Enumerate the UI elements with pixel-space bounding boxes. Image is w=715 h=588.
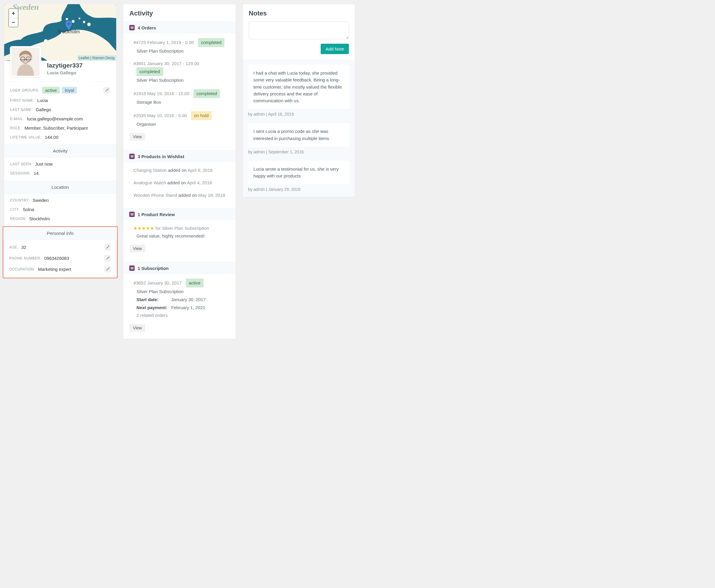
edit-groups-button[interactable] xyxy=(103,87,110,93)
svg-point-1 xyxy=(66,18,68,20)
last-name-label: LAST NAME: xyxy=(10,108,33,112)
profile-column: Sweden Stockholm + − Leaflet | Stamen De… xyxy=(4,4,116,345)
wishlist-item[interactable]: Analogue Watch added on April 4, 2018 xyxy=(123,176,235,189)
edit-occupation-button[interactable] xyxy=(104,266,111,273)
lifetime-value: 144.00 xyxy=(45,135,59,140)
woo-icon: W xyxy=(129,212,135,217)
svg-point-3 xyxy=(79,18,81,19)
note-item: I sent Lucia a promo code as she was int… xyxy=(248,123,349,147)
edit-age-button[interactable] xyxy=(104,244,111,251)
tag-active[interactable]: active xyxy=(42,87,60,93)
note-meta: by admin | September 1, 2016 xyxy=(248,149,349,154)
notes-card: Notes Add Note I had a chat with Lucia t… xyxy=(243,4,355,197)
personal-info-highlight: Personal info AGE:32 PHONE NUMBER:096342… xyxy=(3,226,118,278)
email-value: lucia.gallego@example.com xyxy=(27,116,83,121)
fullname: Lucia Gallego xyxy=(47,70,83,75)
username: lazytiger337 xyxy=(47,62,83,69)
svg-point-7 xyxy=(67,22,70,25)
region-label: REGION: xyxy=(10,217,26,221)
order-item[interactable]: #4725 February 1, 2019 - 0.00 completed … xyxy=(123,35,235,57)
note-item: I had a chat with Lucia today, she provi… xyxy=(248,65,349,109)
tag-loyal[interactable]: loyal xyxy=(62,87,77,93)
activity-card: Activity W 4 Orders #4725 February 1, 20… xyxy=(123,4,235,339)
map-city-dot xyxy=(61,32,63,34)
map-zoom-controls: + − xyxy=(8,8,18,27)
order-item[interactable]: #3651 January 30, 2017 - 129.00 complete… xyxy=(123,57,235,86)
status-completed: completed xyxy=(193,89,220,98)
city-value: Solna xyxy=(23,207,34,212)
add-note-button[interactable]: Add Note xyxy=(321,44,349,54)
role-value: Member, Subscriber, Participant xyxy=(25,125,88,130)
first-name-value: Lucia xyxy=(37,98,48,103)
last-seen-label: LAST SEEN: xyxy=(10,162,32,166)
city-label: CITY: xyxy=(10,208,20,212)
status-active: active xyxy=(186,278,203,288)
svg-point-6 xyxy=(44,39,48,43)
age-value: 32 xyxy=(21,245,26,250)
view-reviews-button[interactable]: View xyxy=(129,245,145,252)
order-item[interactable]: #1918 May 19, 2016 - 15.00 completed Sto… xyxy=(123,86,235,108)
status-completed: completed xyxy=(136,67,163,76)
notes-panel-title: Notes xyxy=(243,4,355,21)
view-orders-button[interactable]: View xyxy=(129,133,145,141)
occupation-label: OCCUPATION: xyxy=(9,267,35,271)
review-header: W 1 Product Review xyxy=(123,208,235,220)
last-seen-value: Just now xyxy=(35,162,52,166)
note-item: Lucia wrote a testimonial for us, she is… xyxy=(248,161,349,184)
zoom-in-button[interactable]: + xyxy=(9,9,18,18)
profile-card: Sweden Stockholm + − Leaflet | Stamen De… xyxy=(4,4,116,278)
lifetime-label: LIFETIME VALUE: xyxy=(10,135,42,140)
occupation-value: Marketing expert xyxy=(38,267,71,272)
zoom-out-button[interactable]: − xyxy=(9,18,18,27)
activity-column: Activity W 4 Orders #4725 February 1, 20… xyxy=(123,4,235,345)
subscription-item[interactable]: #3652 January 30, 2017 active Silver Pla… xyxy=(123,276,235,322)
subscription-header: W 1 Subscription xyxy=(123,262,235,274)
wishlist-item[interactable]: Wooden Phone Stand added on May 18, 2018 xyxy=(123,189,235,202)
note-meta: by admin | April 16, 2019 xyxy=(248,112,349,117)
country-label: COUNTRY: xyxy=(10,198,30,203)
svg-point-4 xyxy=(83,21,85,23)
country-value: Sweden xyxy=(33,198,49,203)
woo-icon: W xyxy=(129,154,135,159)
orders-header: W 4 Orders xyxy=(123,21,235,34)
status-onhold: on hold xyxy=(191,111,212,120)
notes-column: Notes Add Note I had a chat with Lucia t… xyxy=(243,4,355,345)
woo-icon: W xyxy=(129,266,135,271)
map-pin-icon xyxy=(65,21,72,30)
svg-point-5 xyxy=(87,23,91,26)
notes-list: I had a chat with Lucia today, she provi… xyxy=(243,60,355,197)
woo-icon: W xyxy=(129,25,135,30)
status-completed: completed xyxy=(198,38,224,47)
avatar xyxy=(10,46,41,77)
role-label: ROLE: xyxy=(10,126,22,130)
review-item[interactable]: ★★★★★ for Silver Plan Subscription Great… xyxy=(123,222,235,242)
order-item[interactable]: #2035 May 10, 2016 - 9.00 on hold Organi… xyxy=(123,108,235,130)
phone-label: PHONE NUMBER: xyxy=(9,256,41,260)
note-meta: by admin | January 29, 2016 xyxy=(248,187,349,192)
region-value: Stockholm xyxy=(29,216,50,221)
phone-value: 0963426083 xyxy=(44,256,69,261)
wishlist-item[interactable]: Charging Station added on April 6, 2018 xyxy=(123,164,235,176)
sessions-value: 14 xyxy=(34,171,39,176)
user-groups-row: USER GROUPS: active loyal xyxy=(4,85,116,96)
sessions-label: SESSIONS: xyxy=(10,171,30,175)
age-label: AGE: xyxy=(9,245,18,249)
activity-panel-title: Activity xyxy=(123,4,235,21)
edit-phone-button[interactable] xyxy=(104,255,111,261)
activity-section-header: Activity xyxy=(4,145,116,158)
location-section-header: Location xyxy=(4,181,116,194)
personal-section-header: Personal info xyxy=(3,227,117,240)
view-subscriptions-button[interactable]: View xyxy=(129,324,145,332)
last-name-value: Gallego xyxy=(36,107,51,112)
note-input[interactable] xyxy=(249,21,349,39)
first-name-label: FIRST NAME: xyxy=(10,99,34,103)
email-label: E-MAIL: xyxy=(10,117,24,121)
wishlist-header: W 3 Products in Wishlist xyxy=(123,150,235,162)
star-rating-icon: ★★★★★ xyxy=(133,226,154,231)
